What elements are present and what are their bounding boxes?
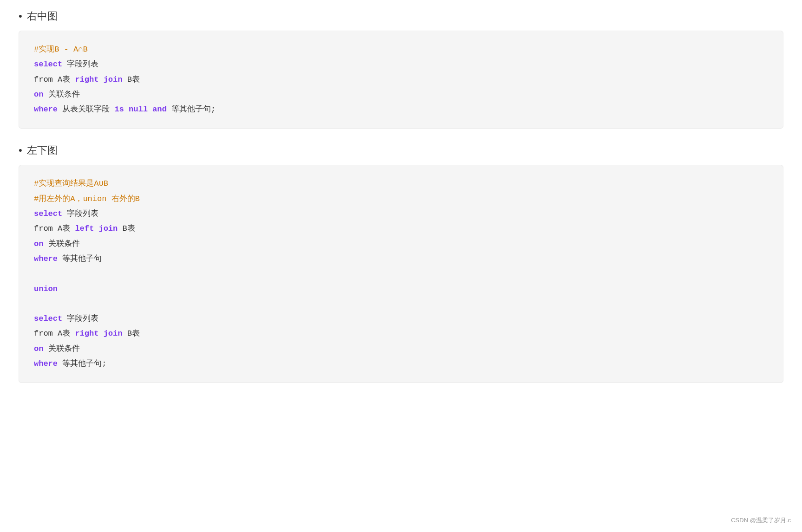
kw-on-1: on bbox=[34, 90, 43, 99]
code-line-4: on 关联条件 bbox=[34, 87, 768, 102]
kw-right-join-lb: right join bbox=[75, 329, 122, 338]
text-where-lb-1: 等其他子句 bbox=[58, 254, 102, 263]
kw-left-join-lb: left join bbox=[75, 224, 118, 233]
section-right-middle: • 右中图 #实现B - A∩B select 字段列表 from A表 rig… bbox=[19, 9, 783, 129]
code-block-left-bottom: #实现查询结果是A∪B #用左外的A，union 右外的B select 字段列… bbox=[19, 165, 783, 383]
text-on-lb-2: 关联条件 bbox=[43, 344, 79, 353]
code-line-lb-union: union bbox=[34, 282, 768, 297]
text-where-1: 从表关联字段 bbox=[58, 105, 114, 114]
code-line-3: from A表 right join B表 bbox=[34, 72, 768, 87]
bullet-icon: • bbox=[19, 10, 22, 22]
code-line-1: #实现B - A∩B bbox=[34, 42, 768, 57]
code-line-lb-8: from A表 right join B表 bbox=[34, 326, 768, 341]
code-line-2: select 字段列表 bbox=[34, 57, 768, 72]
kw-on-lb-1: on bbox=[34, 240, 43, 248]
code-line-lb-2: #用左外的A，union 右外的B bbox=[34, 192, 768, 207]
text-lb-1: 字段列表 bbox=[62, 209, 99, 218]
bullet-icon-2: • bbox=[19, 144, 22, 156]
code-line-lb-7: select 字段列表 bbox=[34, 311, 768, 326]
text-lb-2: 字段列表 bbox=[62, 314, 99, 323]
kw-where-1: where bbox=[34, 105, 58, 114]
comment-lb-2: #用左外的A，union 右外的B bbox=[34, 195, 140, 203]
footer-text: CSDN @温柔了岁月.c bbox=[731, 516, 791, 525]
kw-on-lb-2: on bbox=[34, 344, 43, 353]
empty-line-2 bbox=[34, 297, 768, 311]
text-from-lb-1: from A表 bbox=[34, 224, 75, 233]
code-line-lb-9: on 关联条件 bbox=[34, 342, 768, 357]
kw-select-lb-1: select bbox=[34, 209, 62, 218]
section-title-right-middle: • 右中图 bbox=[19, 9, 783, 23]
code-line-lb-10: where 等其他子句; bbox=[34, 357, 768, 371]
empty-line-1 bbox=[34, 266, 768, 281]
comment-1: #实现B - A∩B bbox=[34, 45, 88, 54]
section-title-text-2: 左下图 bbox=[27, 143, 58, 157]
section-title-text: 右中图 bbox=[27, 9, 58, 23]
kw-right-join-1: right join bbox=[75, 75, 122, 84]
text-etc-1: 等其他子句; bbox=[167, 105, 216, 114]
text-on-lb-1: 关联条件 bbox=[43, 240, 79, 248]
kw-where-lb-1: where bbox=[34, 254, 58, 263]
code-line-5: where 从表关联字段 is null and 等其他子句; bbox=[34, 102, 768, 117]
text-where-lb-2: 等其他子句; bbox=[58, 359, 106, 368]
section-title-left-bottom: • 左下图 bbox=[19, 143, 783, 157]
code-line-lb-5: on 关联条件 bbox=[34, 237, 768, 252]
kw-isnull-1: is null and bbox=[114, 105, 166, 114]
text-btable-lb-1: B表 bbox=[118, 224, 135, 233]
code-line-lb-6: where 等其他子句 bbox=[34, 252, 768, 266]
comment-lb-1: #实现查询结果是A∪B bbox=[34, 179, 108, 188]
code-line-lb-1: #实现查询结果是A∪B bbox=[34, 176, 768, 191]
code-line-lb-3: select 字段列表 bbox=[34, 207, 768, 221]
text-from-1: from A表 bbox=[34, 75, 75, 84]
code-line-lb-4: from A表 left join B表 bbox=[34, 221, 768, 236]
text-from-lb-2: from A表 bbox=[34, 329, 75, 338]
kw-where-lb-2: where bbox=[34, 359, 58, 368]
text-btable-1: B表 bbox=[122, 75, 139, 84]
text-1: 字段列表 bbox=[62, 60, 99, 69]
kw-select-lb-2: select bbox=[34, 314, 62, 323]
code-block-right-middle: #实现B - A∩B select 字段列表 from A表 right joi… bbox=[19, 31, 783, 129]
text-btable-lb-2: B表 bbox=[122, 329, 139, 338]
kw-select-1: select bbox=[34, 60, 62, 69]
section-left-bottom: • 左下图 #实现查询结果是A∪B #用左外的A，union 右外的B sele… bbox=[19, 143, 783, 383]
text-on-1: 关联条件 bbox=[43, 90, 79, 99]
kw-union: union bbox=[34, 285, 58, 293]
